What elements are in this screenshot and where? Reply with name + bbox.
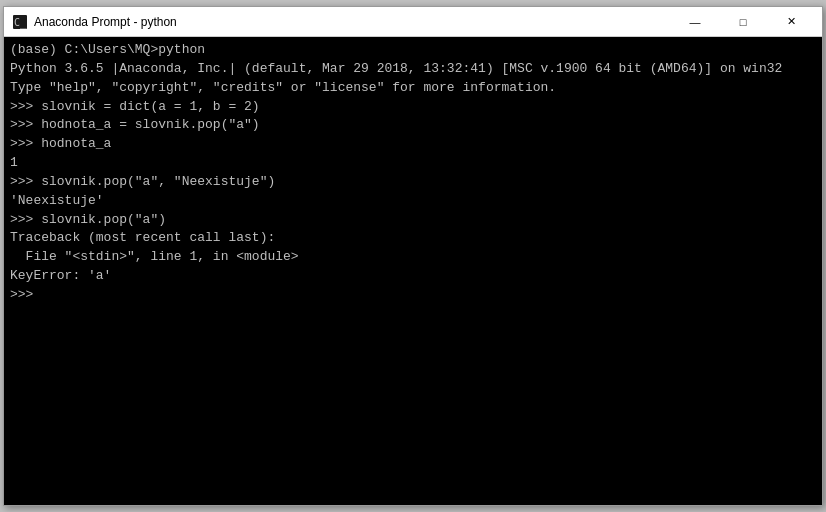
- title-bar-left: C_ Anaconda Prompt - python: [12, 14, 177, 30]
- main-window: C_ Anaconda Prompt - python — □ ✕ (base)…: [3, 6, 823, 506]
- maximize-button[interactable]: □: [720, 8, 766, 36]
- close-button[interactable]: ✕: [768, 8, 814, 36]
- svg-text:C_: C_: [14, 17, 27, 29]
- app-icon: C_: [12, 14, 28, 30]
- window-controls: — □ ✕: [672, 8, 814, 36]
- minimize-button[interactable]: —: [672, 8, 718, 36]
- terminal-area[interactable]: (base) C:\Users\MQ>python Python 3.6.5 |…: [4, 37, 822, 505]
- title-bar: C_ Anaconda Prompt - python — □ ✕: [4, 7, 822, 37]
- window-title: Anaconda Prompt - python: [34, 15, 177, 29]
- terminal-output: (base) C:\Users\MQ>python Python 3.6.5 |…: [10, 41, 816, 305]
